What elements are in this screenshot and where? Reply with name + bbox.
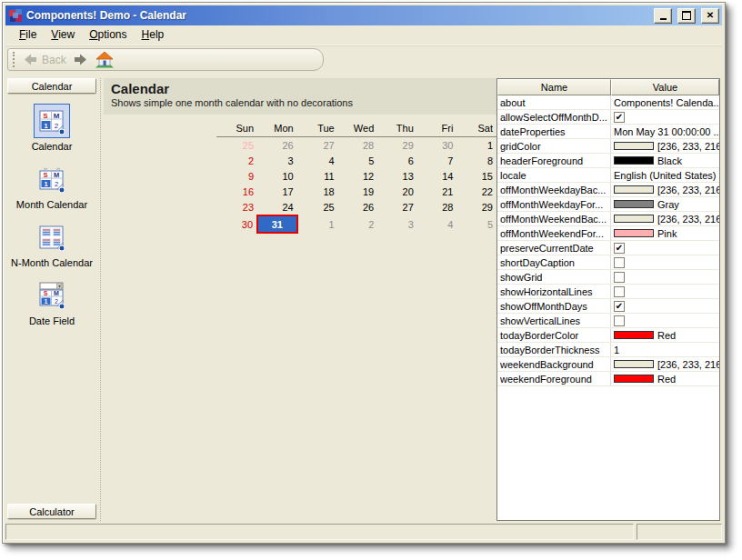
menu-item-help[interactable]: Help bbox=[135, 26, 172, 44]
menu-item-view[interactable]: View bbox=[44, 26, 82, 44]
calendar-day[interactable]: 6 bbox=[377, 153, 417, 168]
sidebar-item-calendar[interactable]: S M 1 2 Calendar bbox=[7, 104, 96, 152]
calendar-day[interactable]: 28 bbox=[338, 137, 378, 154]
sidebar-item-date-field[interactable]: S M 1 2 Date Field bbox=[7, 278, 96, 326]
property-name[interactable]: showOffMonthDays bbox=[497, 299, 611, 313]
calendar-day[interactable]: 29 bbox=[377, 137, 417, 154]
property-value[interactable]: ✔ bbox=[611, 110, 719, 124]
calendar-day[interactable]: 22 bbox=[456, 184, 496, 199]
calendar-day[interactable]: 26 bbox=[338, 199, 378, 215]
calendar-day[interactable]: 19 bbox=[338, 184, 378, 199]
property-name[interactable]: showGrid bbox=[497, 270, 611, 284]
sidebar-item-month-calendar[interactable]: ‹‹ ›› S M 1 2 Month C bbox=[7, 162, 96, 210]
property-value[interactable]: Red bbox=[611, 328, 719, 342]
property-name[interactable]: todayBorderColor bbox=[497, 328, 611, 342]
calendar-day[interactable]: 12 bbox=[338, 168, 378, 184]
calendar-day[interactable]: 30 bbox=[417, 137, 457, 154]
property-value[interactable]: [236, 233, 216] bbox=[611, 139, 719, 153]
property-name[interactable]: offMonthWeekdayBac... bbox=[497, 183, 611, 196]
property-name[interactable]: about bbox=[497, 95, 611, 109]
property-name[interactable]: dateProperties bbox=[497, 125, 611, 138]
calendar-day[interactable]: 13 bbox=[377, 168, 417, 184]
calendar-day[interactable]: 3 bbox=[257, 153, 297, 168]
checkbox-unchecked-icon[interactable] bbox=[614, 315, 625, 326]
property-name[interactable]: showVerticalLines bbox=[497, 314, 611, 327]
forward-button[interactable] bbox=[74, 54, 87, 65]
property-value[interactable]: Components! Calenda... bbox=[611, 95, 719, 109]
calendar-day[interactable]: 20 bbox=[377, 184, 417, 199]
property-name[interactable]: shortDayCaption bbox=[497, 255, 611, 269]
sidebar-splitter[interactable] bbox=[96, 78, 104, 521]
calendar-day[interactable]: 10 bbox=[257, 168, 297, 184]
property-name[interactable]: locale bbox=[497, 168, 611, 182]
property-value[interactable]: Pink bbox=[611, 226, 719, 240]
maximize-button[interactable] bbox=[677, 8, 696, 24]
property-value[interactable]: Gray bbox=[611, 197, 719, 211]
property-name[interactable]: weekendForeground bbox=[497, 372, 611, 385]
home-button[interactable] bbox=[95, 51, 115, 69]
calendar-day[interactable]: 23 bbox=[216, 199, 257, 215]
calendar-day[interactable]: 25 bbox=[297, 199, 338, 215]
property-value[interactable]: [236, 233, 216] bbox=[611, 183, 719, 196]
property-name[interactable]: offMonthWeekendFor... bbox=[497, 226, 611, 240]
calendar-day[interactable]: 28 bbox=[417, 199, 457, 215]
property-name[interactable]: offMonthWeekendBac... bbox=[497, 212, 611, 225]
calendar-day[interactable]: 14 bbox=[417, 168, 457, 184]
toolbar-gripper[interactable] bbox=[13, 52, 15, 67]
property-name[interactable]: showHorizontalLines bbox=[497, 285, 611, 298]
checkbox-unchecked-icon[interactable] bbox=[614, 257, 625, 268]
calendar-day[interactable]: 25 bbox=[216, 137, 257, 154]
checkbox-checked-icon[interactable]: ✔ bbox=[614, 301, 625, 312]
column-header-name[interactable]: Name bbox=[497, 79, 611, 95]
column-header-value[interactable]: Value bbox=[611, 79, 719, 95]
checkbox-unchecked-icon[interactable] bbox=[614, 272, 625, 283]
property-value[interactable]: 1 bbox=[611, 343, 719, 356]
menu-item-options[interactable]: Options bbox=[82, 26, 134, 44]
calendar-day[interactable]: 17 bbox=[257, 184, 297, 199]
calendar-day[interactable]: 16 bbox=[216, 184, 257, 199]
property-value[interactable] bbox=[611, 314, 719, 327]
calendar-day[interactable]: 11 bbox=[297, 168, 338, 184]
calendar-day[interactable]: 1 bbox=[297, 215, 338, 233]
property-name[interactable]: offMonthWeekdayFor... bbox=[497, 197, 611, 211]
sidebar-group-calculator[interactable]: Calculator bbox=[7, 504, 96, 519]
calendar-day[interactable]: 4 bbox=[417, 215, 457, 233]
property-value[interactable]: [236, 233, 216] bbox=[611, 357, 719, 371]
calendar-day[interactable]: 15 bbox=[456, 168, 496, 184]
calendar-day[interactable]: 29 bbox=[456, 199, 496, 215]
calendar-day[interactable]: 2 bbox=[338, 215, 378, 233]
property-name[interactable]: headerForeground bbox=[497, 154, 611, 167]
property-value[interactable]: Red bbox=[611, 372, 719, 385]
checkbox-checked-icon[interactable]: ✔ bbox=[614, 243, 625, 254]
property-name[interactable]: allowSelectOffMonthD... bbox=[497, 110, 611, 124]
calendar-day[interactable]: 26 bbox=[257, 137, 297, 154]
property-value[interactable]: ✔ bbox=[611, 241, 719, 255]
property-value[interactable] bbox=[611, 255, 719, 269]
property-value[interactable]: Mon May 31 00:00:00 ... bbox=[611, 125, 719, 138]
calendar-day[interactable]: 24 bbox=[257, 199, 297, 215]
property-value[interactable] bbox=[611, 285, 719, 298]
calendar-day[interactable]: 3 bbox=[377, 215, 417, 233]
checkbox-checked-icon[interactable]: ✔ bbox=[614, 112, 625, 123]
calendar-day[interactable]: 18 bbox=[297, 184, 338, 199]
property-value[interactable]: [236, 233, 216] bbox=[611, 212, 719, 225]
property-value[interactable]: English (United States) bbox=[611, 168, 719, 182]
property-value[interactable]: Black bbox=[611, 154, 719, 167]
property-name[interactable]: gridColor bbox=[497, 139, 611, 153]
calendar-day[interactable]: 8 bbox=[456, 153, 496, 168]
property-name[interactable]: weekendBackground bbox=[497, 357, 611, 371]
calendar-day[interactable]: 9 bbox=[216, 168, 257, 184]
calendar-day[interactable]: 2 bbox=[216, 153, 257, 168]
property-value[interactable]: ✔ bbox=[611, 299, 719, 313]
property-name[interactable]: preserveCurrentDate bbox=[497, 241, 611, 255]
property-name[interactable]: todayBorderThickness bbox=[497, 343, 611, 356]
calendar-day[interactable]: 4 bbox=[297, 153, 338, 168]
close-button[interactable]: ✕ bbox=[701, 8, 719, 24]
calendar-day[interactable]: 27 bbox=[297, 137, 338, 154]
calendar-day[interactable]: 21 bbox=[417, 184, 457, 199]
calendar-day-today-selected[interactable]: 31 bbox=[257, 215, 297, 233]
calendar-day[interactable]: 30 bbox=[216, 215, 257, 233]
calendar-day[interactable]: 1 bbox=[456, 137, 496, 154]
calendar-day[interactable]: 5 bbox=[456, 215, 496, 233]
minimize-button[interactable] bbox=[654, 8, 672, 24]
